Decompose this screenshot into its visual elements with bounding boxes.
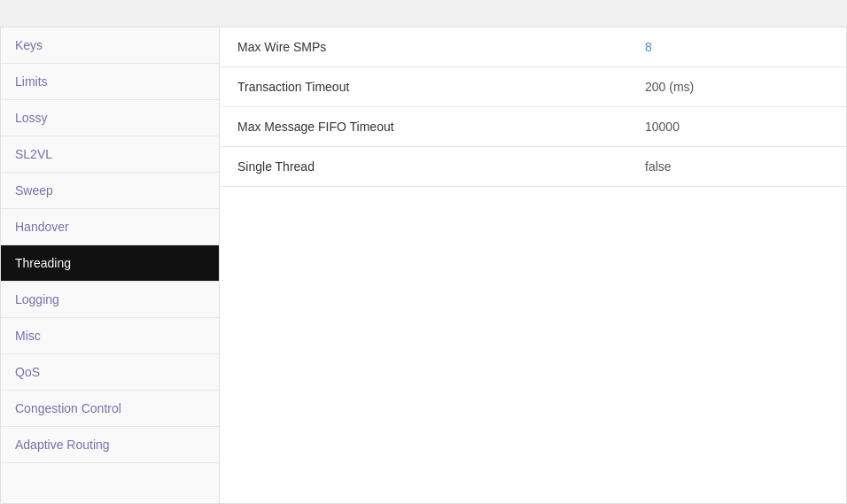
property-label: Transaction Timeout xyxy=(237,80,645,94)
property-value: 200 (ms) xyxy=(645,80,828,94)
sidebar-item-logging[interactable]: Logging xyxy=(1,282,219,318)
sidebar-item-sweep[interactable]: Sweep xyxy=(1,173,219,209)
sidebar-item-misc[interactable]: Misc xyxy=(1,318,219,354)
sidebar-item-qos[interactable]: QoS xyxy=(1,354,219,391)
property-row: Transaction Timeout200 (ms) xyxy=(220,67,846,107)
property-row: Max Wire SMPs8 xyxy=(220,27,846,67)
property-label: Max Message FIFO Timeout xyxy=(237,120,645,134)
app-container: KeysLimitsLossySL2VLSweepHandoverThreadi… xyxy=(0,0,847,504)
sidebar-item-adaptive-routing[interactable]: Adaptive Routing xyxy=(1,427,219,463)
sidebar-item-limits[interactable]: Limits xyxy=(1,64,219,100)
property-value: false xyxy=(645,159,828,174)
sidebar-item-lossy[interactable]: Lossy xyxy=(1,100,219,136)
property-value: 10000 xyxy=(645,120,828,134)
sidebar-item-sl2vl[interactable]: SL2VL xyxy=(1,136,219,173)
property-row: Max Message FIFO Timeout10000 xyxy=(220,107,846,147)
sidebar-item-keys[interactable]: Keys xyxy=(1,27,219,64)
sidebar-item-handover[interactable]: Handover xyxy=(1,209,219,245)
sidebar-item-congestion-control[interactable]: Congestion Control xyxy=(1,391,219,427)
sidebar-item-threading[interactable]: Threading xyxy=(1,245,219,282)
main-content: Max Wire SMPs8Transaction Timeout200 (ms… xyxy=(220,27,847,504)
property-value: 8 xyxy=(645,40,828,54)
sidebar: KeysLimitsLossySL2VLSweepHandoverThreadi… xyxy=(0,27,220,504)
property-row: Single Threadfalse xyxy=(220,147,846,187)
property-label: Single Thread xyxy=(237,159,645,174)
property-label: Max Wire SMPs xyxy=(237,40,645,54)
